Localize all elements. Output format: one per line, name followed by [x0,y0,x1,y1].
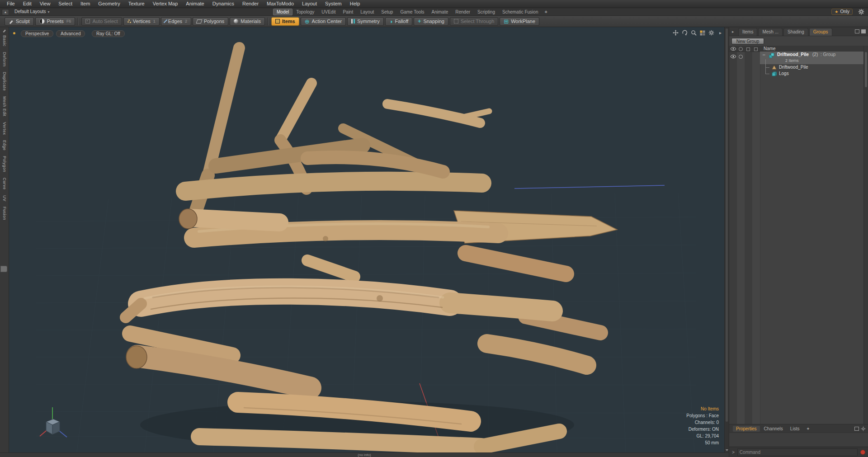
panel-expand-icon[interactable] [855,29,859,33]
tab-groups[interactable]: Groups [809,28,832,36]
pencil-icon[interactable] [2,28,6,33]
menu-item-texture[interactable]: Texture [124,0,149,8]
viewport-expand-arrow-icon[interactable]: ▸ [719,30,722,35]
menu-item-system[interactable]: System [321,0,346,8]
visibility-eye-icon[interactable] [731,55,736,58]
right-panel-bottom-tabs: Properties Channels Lists + [729,424,868,433]
left-tab-mesh-edit[interactable]: Mesh Edit [2,94,7,119]
tab-properties[interactable]: Properties [733,426,760,432]
menu-item-edit[interactable]: Edit [19,0,36,8]
action-center-button[interactable]: ⊕ Action Center [301,17,346,26]
layout-up-icon[interactable]: ▴ [2,9,9,15]
tab-shading[interactable]: Shading [783,28,808,36]
command-bar: > [729,447,868,457]
auto-select-button[interactable]: Auto Select [81,17,122,26]
panel-window-icons [854,426,866,431]
tree-row-group-driftwood-pile[interactable]: – Driftwood_Pile (2) : Group 2 Items [760,52,863,64]
layout-tab-animate[interactable]: Animate [428,9,452,15]
viewport-scrollbar[interactable] [724,27,729,452]
gear-icon[interactable] [708,30,714,36]
render-toggle-icon[interactable] [739,55,743,59]
command-input[interactable] [737,448,858,456]
menu-item-layout[interactable]: Layout [298,0,321,8]
layout-tab-scripting[interactable]: Scripting [474,9,499,15]
layout-tab-layout[interactable]: Layout [357,9,377,15]
menu-item-item[interactable]: Item [76,0,94,8]
left-tab-edge[interactable]: Edge [2,137,7,153]
new-group-button[interactable]: New Group [731,38,764,44]
presets-button[interactable]: Presets F6 [35,17,75,26]
tab-overflow-icon[interactable]: ▸ [732,29,734,34]
panel-expand-icon[interactable] [854,427,859,431]
layout-tab-paint[interactable]: Paint [339,9,357,15]
left-tab-basic[interactable]: Basic [2,33,7,49]
materials-mode-button[interactable]: Materials [230,17,265,26]
menu-item-maxtomodo[interactable]: MaxToModo [263,0,298,8]
polygons-mode-button[interactable]: Polygons [193,17,228,26]
menu-item-dynamics[interactable]: Dynamics [208,0,238,8]
left-tab-vertex[interactable]: Vertex [2,119,7,138]
menu-item-animate[interactable]: Animate [182,0,208,8]
left-tab-curve[interactable]: Curve [2,175,7,193]
tree-row-driftwood-mesh[interactable]: Driftwood_Pile [760,64,863,71]
layout-tab-model[interactable]: Model [273,9,292,15]
orbit-icon[interactable] [682,30,688,36]
viewport-3d[interactable]: Perspective Advanced Ray GL: Off ▸ No It… [9,27,724,452]
menu-item-vertex-map[interactable]: Vertex Map [149,0,182,8]
items-mode-button[interactable]: Items [271,17,299,26]
left-tab-deform[interactable]: Deform [2,49,7,70]
sculpt-button[interactable]: Sculpt [5,17,34,26]
pan-icon[interactable] [673,30,679,36]
tree-scrollbar[interactable] [863,46,868,424]
add-tab-button[interactable]: + [803,426,812,432]
settings-gear-icon[interactable] [858,9,864,15]
tree-row-logs[interactable]: Logs [760,71,863,77]
workplane-button[interactable]: ⊞ WorkPlane [500,17,539,26]
menu-item-render[interactable]: Render [238,0,263,8]
layout-tab-uvedit[interactable]: UVEdit [318,9,339,15]
left-tab-polygon[interactable]: Polygon [2,153,7,175]
viewport-raygl-toggle[interactable]: Ray GL: Off [92,30,125,37]
viewport-tools [673,30,714,36]
layout-tab-schematic-fusion[interactable]: Schematic Fusion [499,9,542,15]
only-button[interactable]: ★ Only [831,9,853,15]
tab-mesh-ops[interactable]: Mesh ... [758,28,783,36]
menu-item-geometry[interactable]: Geometry [94,0,124,8]
tab-items[interactable]: Items [738,28,757,36]
left-tab-fusion[interactable]: Fusion [2,204,7,223]
viewport-shading-advanced[interactable]: Advanced [56,30,85,37]
scrollbar-thumb[interactable] [726,28,728,422]
gear-icon[interactable] [861,426,866,431]
snapping-button[interactable]: + Snapping [414,17,448,26]
add-layout-tab-button[interactable]: + [542,9,550,15]
menu-bar: File Edit View Select Item Geometry Text… [0,0,868,8]
layout-switcher[interactable]: Default Layouts▾ [12,9,52,15]
collapse-icon[interactable]: – [763,52,765,57]
layout-tab-game-tools[interactable]: Game Tools [396,9,428,15]
vertices-mode-button[interactable]: Vertices 1 [123,17,160,26]
panel-maximize-icon[interactable] [861,29,866,33]
record-indicator[interactable] [860,450,865,455]
layout-grid-icon[interactable] [700,30,705,36]
layout-tab-topology[interactable]: Topology [292,9,318,15]
layout-tab-setup[interactable]: Setup [377,9,396,15]
panel-handle[interactable] [0,266,7,272]
scroll-down-icon[interactable] [726,449,728,451]
viewport-menu-dot[interactable] [13,32,15,34]
menu-item-help[interactable]: Help [346,0,364,8]
left-tab-uv[interactable]: UV [2,193,7,204]
menu-item-view[interactable]: View [36,0,55,8]
layout-tab-render[interactable]: Render [452,9,474,15]
select-through-button[interactable]: Select Through [450,17,498,26]
viewport-mode-perspective[interactable]: Perspective [21,30,53,37]
tab-channels[interactable]: Channels [761,426,786,432]
tab-lists[interactable]: Lists [787,426,803,432]
left-tab-duplicate[interactable]: Duplicate [2,69,7,94]
menu-item-select[interactable]: Select [54,0,76,8]
falloff-button[interactable]: ◑ Falloff [385,17,413,26]
edges-mode-button[interactable]: Edges 2 [161,17,191,26]
zoom-icon[interactable] [691,30,697,36]
scrollbar-thumb[interactable] [865,52,867,87]
symmetry-button[interactable]: Symmetry [347,17,384,26]
menu-item-file[interactable]: File [3,0,19,8]
